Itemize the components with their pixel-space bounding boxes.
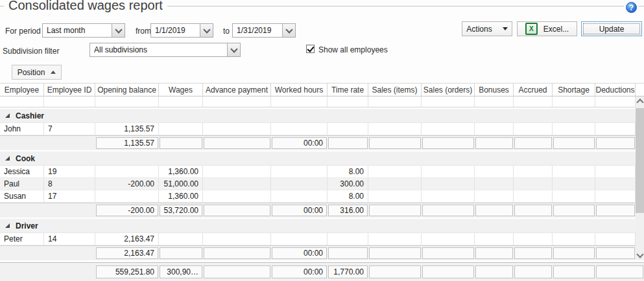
column-header[interactable]: Deductions xyxy=(595,84,636,96)
cell xyxy=(368,233,422,245)
cell: 1,360.00 xyxy=(159,166,203,177)
update-button[interactable]: Update xyxy=(581,21,642,36)
table-row[interactable]: Peter142,163.47 xyxy=(0,233,644,245)
show-all-employees-checkbox[interactable] xyxy=(306,45,315,53)
cell: Paul xyxy=(0,178,44,190)
cell: Jessica xyxy=(0,166,44,177)
totals-cell xyxy=(204,205,270,216)
table-row[interactable]: Susan171,360.008.00 xyxy=(0,190,644,203)
cell xyxy=(0,96,44,107)
grand-totals-cell xyxy=(514,265,552,278)
column-header[interactable]: Wages xyxy=(159,84,203,96)
period-dropdown-icon xyxy=(112,24,125,37)
cell: Susan xyxy=(0,190,44,202)
consolidated-wages-report-window: Consolidated wages report ? For period L… xyxy=(0,0,644,281)
vertical-scrollbar[interactable] xyxy=(636,96,644,260)
group-row[interactable]: Cook xyxy=(0,152,644,166)
totals-cell xyxy=(514,137,552,149)
group-expand-icon[interactable] xyxy=(5,223,10,228)
cell xyxy=(203,233,271,245)
excel-button[interactable]: X Excel... xyxy=(517,21,577,36)
cell xyxy=(271,96,328,107)
help-icon[interactable]: ? xyxy=(626,2,637,13)
sort-ascending-icon xyxy=(51,71,56,74)
totals-cell xyxy=(204,247,270,259)
cell xyxy=(203,178,271,190)
group-expand-icon[interactable] xyxy=(5,113,10,118)
cell xyxy=(553,233,595,245)
scroll-down-icon[interactable] xyxy=(636,250,644,260)
from-label: from xyxy=(136,27,151,36)
column-header[interactable]: Sales (orders) xyxy=(422,84,475,96)
totals-row: 1,135.5700:00 xyxy=(0,135,644,150)
table-row[interactable]: Jessica191,360.008.00 xyxy=(0,166,644,178)
totals-cell xyxy=(553,137,595,149)
from-date-dropdown-icon xyxy=(200,24,213,37)
cell xyxy=(203,123,271,135)
wages-grid: EmployeeEmployee IDOpening balanceWagesA… xyxy=(0,83,644,281)
scrollbar-thumb[interactable] xyxy=(636,108,644,213)
to-date-input[interactable]: 1/31/2019 xyxy=(232,23,296,38)
cell xyxy=(44,96,95,107)
grand-totals-cell xyxy=(422,265,474,278)
actions-dropdown-icon xyxy=(503,27,508,30)
position-group-button[interactable]: Position xyxy=(12,65,62,80)
totals-cell xyxy=(514,205,552,216)
subdivision-dropdown-icon xyxy=(227,43,240,56)
column-header[interactable]: Accrued xyxy=(514,84,553,96)
totals-cell xyxy=(596,247,635,259)
group-row[interactable]: Driver xyxy=(0,219,644,233)
grand-totals-cell xyxy=(369,265,421,278)
totals-cell xyxy=(204,137,270,149)
cell xyxy=(553,166,595,177)
show-all-employees-label: Show all employees xyxy=(318,45,388,54)
cell xyxy=(514,190,553,202)
cell xyxy=(422,178,475,190)
cell xyxy=(159,233,203,245)
column-header[interactable]: Employee xyxy=(0,84,44,96)
column-header[interactable]: Employee ID xyxy=(44,84,95,96)
cell xyxy=(514,178,553,190)
column-header[interactable]: Bonuses xyxy=(475,84,514,96)
column-header[interactable]: Time rate xyxy=(328,84,368,96)
cell xyxy=(595,96,636,107)
cell: -200.00 xyxy=(95,178,159,190)
cell xyxy=(271,166,328,177)
cell xyxy=(422,123,475,135)
cell xyxy=(95,166,159,177)
totals-cell: 53,720.00 xyxy=(160,205,202,216)
totals-cell xyxy=(328,247,368,259)
cell xyxy=(328,123,368,135)
cell xyxy=(422,96,475,107)
totals-cell: 316.00 xyxy=(328,205,368,216)
column-header[interactable]: Worked hours xyxy=(271,84,328,96)
to-date-dropdown-icon xyxy=(282,24,295,37)
group-expand-icon[interactable] xyxy=(5,156,10,161)
column-header[interactable]: Shortage xyxy=(553,84,595,96)
totals-cell: 1,135.57 xyxy=(96,137,158,149)
table-row[interactable]: John71,135.57 xyxy=(0,123,644,135)
column-header[interactable]: Opening balance xyxy=(95,84,159,96)
subdivision-select[interactable]: All subdivisions xyxy=(89,43,241,57)
cell: 2,163.47 xyxy=(95,233,159,245)
column-header[interactable]: Sales (items) xyxy=(368,84,422,96)
totals-cell xyxy=(596,205,635,216)
totals-cell xyxy=(422,247,474,259)
actions-button[interactable]: Actions xyxy=(462,21,512,36)
cell xyxy=(271,123,328,135)
cell xyxy=(368,96,422,107)
table-row[interactable]: Paul8-200.0051,000.00300.00 xyxy=(0,178,644,190)
period-select[interactable]: Last month xyxy=(42,23,125,38)
cell: 1,360.00 xyxy=(159,190,203,202)
cell xyxy=(95,96,159,107)
cell xyxy=(553,190,595,202)
totals-cell xyxy=(369,205,421,216)
column-header[interactable]: Advance payment xyxy=(203,84,271,96)
group-row[interactable]: Cashier xyxy=(0,109,644,123)
totals-cell xyxy=(514,247,552,259)
page-title: Consolidated wages report xyxy=(4,0,167,13)
scroll-up-icon[interactable] xyxy=(636,96,644,106)
from-date-input[interactable]: 1/1/2019 xyxy=(150,23,213,38)
cell xyxy=(595,166,636,177)
cell: 51,000.00 xyxy=(159,178,203,190)
